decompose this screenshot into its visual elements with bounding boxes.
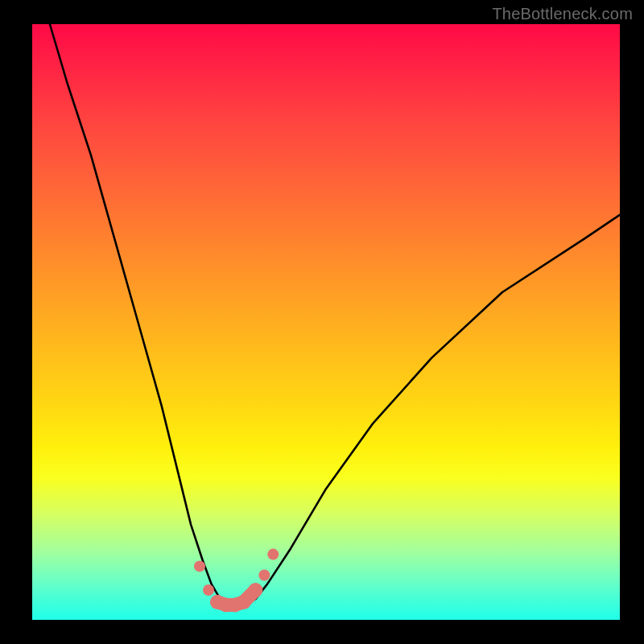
svg-point-7 xyxy=(258,570,270,581)
svg-point-0 xyxy=(194,560,205,572)
svg-point-8 xyxy=(267,549,279,560)
svg-point-5 xyxy=(237,595,251,609)
attribution-text: TheBottleneck.com xyxy=(492,5,633,23)
sample-markers xyxy=(194,549,279,613)
chart-frame: TheBottleneck.com xyxy=(0,0,644,644)
svg-point-6 xyxy=(248,583,262,597)
curve-layer xyxy=(32,24,620,620)
bottleneck-curve xyxy=(50,24,620,605)
svg-point-1 xyxy=(203,584,214,596)
